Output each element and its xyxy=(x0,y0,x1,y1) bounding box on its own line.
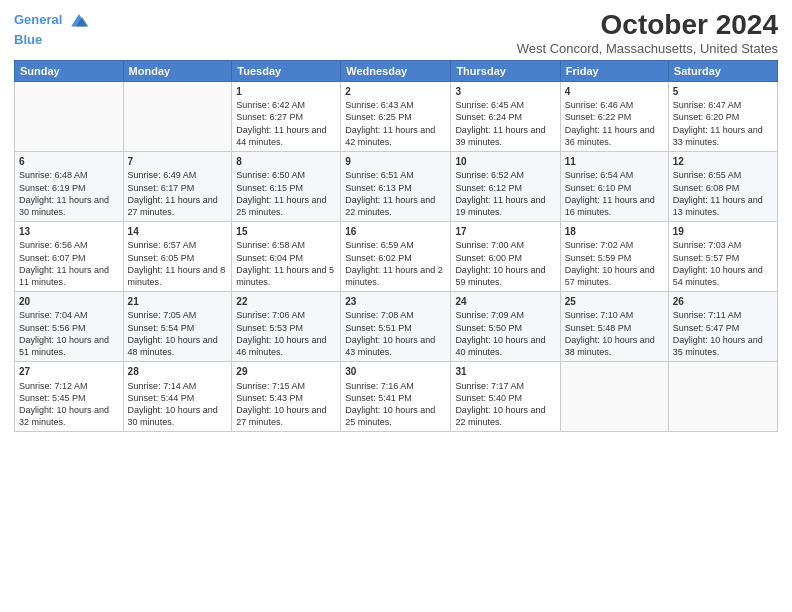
calendar-cell xyxy=(668,362,777,432)
calendar-cell: 18Sunrise: 7:02 AMSunset: 5:59 PMDayligh… xyxy=(560,221,668,291)
cell-data-line: Sunset: 6:00 PM xyxy=(455,252,555,264)
cell-data-line: Sunset: 6:04 PM xyxy=(236,252,336,264)
calendar-cell: 24Sunrise: 7:09 AMSunset: 5:50 PMDayligh… xyxy=(451,291,560,361)
calendar-cell: 14Sunrise: 6:57 AMSunset: 6:05 PMDayligh… xyxy=(123,221,232,291)
day-number: 11 xyxy=(565,155,664,169)
weekday-header: Sunday xyxy=(15,60,124,81)
cell-data-line: Sunrise: 6:46 AM xyxy=(565,99,664,111)
cell-data-line: Daylight: 10 hours and 46 minutes. xyxy=(236,334,336,358)
cell-data-line: Sunrise: 7:16 AM xyxy=(345,380,446,392)
cell-data-line: Sunrise: 7:06 AM xyxy=(236,309,336,321)
calendar-cell: 4Sunrise: 6:46 AMSunset: 6:22 PMDaylight… xyxy=(560,81,668,151)
cell-data-line: Sunrise: 7:09 AM xyxy=(455,309,555,321)
day-number: 8 xyxy=(236,155,336,169)
calendar-cell: 13Sunrise: 6:56 AMSunset: 6:07 PMDayligh… xyxy=(15,221,124,291)
calendar-cell: 11Sunrise: 6:54 AMSunset: 6:10 PMDayligh… xyxy=(560,151,668,221)
cell-data-line: Sunrise: 7:08 AM xyxy=(345,309,446,321)
cell-data-line: Sunrise: 7:12 AM xyxy=(19,380,119,392)
cell-data-line: Daylight: 11 hours and 11 minutes. xyxy=(19,264,119,288)
day-number: 15 xyxy=(236,225,336,239)
cell-data-line: Sunset: 6:22 PM xyxy=(565,111,664,123)
cell-data-line: Sunrise: 7:17 AM xyxy=(455,380,555,392)
day-number: 28 xyxy=(128,365,228,379)
cell-data-line: Sunset: 5:48 PM xyxy=(565,322,664,334)
calendar-cell: 23Sunrise: 7:08 AMSunset: 5:51 PMDayligh… xyxy=(341,291,451,361)
cell-data-line: Daylight: 10 hours and 57 minutes. xyxy=(565,264,664,288)
calendar-cell: 26Sunrise: 7:11 AMSunset: 5:47 PMDayligh… xyxy=(668,291,777,361)
cell-data-line: Sunset: 6:07 PM xyxy=(19,252,119,264)
day-number: 14 xyxy=(128,225,228,239)
location: West Concord, Massachusetts, United Stat… xyxy=(517,41,778,56)
day-number: 31 xyxy=(455,365,555,379)
cell-data-line: Daylight: 10 hours and 54 minutes. xyxy=(673,264,773,288)
cell-data-line: Sunset: 6:27 PM xyxy=(236,111,336,123)
cell-data-line: Daylight: 10 hours and 40 minutes. xyxy=(455,334,555,358)
cell-data-line: Sunrise: 7:15 AM xyxy=(236,380,336,392)
day-number: 20 xyxy=(19,295,119,309)
calendar-cell xyxy=(15,81,124,151)
calendar-cell: 22Sunrise: 7:06 AMSunset: 5:53 PMDayligh… xyxy=(232,291,341,361)
calendar-week-row: 27Sunrise: 7:12 AMSunset: 5:45 PMDayligh… xyxy=(15,362,778,432)
day-number: 24 xyxy=(455,295,555,309)
cell-data-line: Sunset: 6:24 PM xyxy=(455,111,555,123)
calendar-cell: 8Sunrise: 6:50 AMSunset: 6:15 PMDaylight… xyxy=(232,151,341,221)
day-number: 18 xyxy=(565,225,664,239)
cell-data-line: Daylight: 10 hours and 32 minutes. xyxy=(19,404,119,428)
cell-data-line: Sunrise: 6:58 AM xyxy=(236,239,336,251)
cell-data-line: Sunrise: 7:03 AM xyxy=(673,239,773,251)
cell-data-line: Sunrise: 6:56 AM xyxy=(19,239,119,251)
cell-data-line: Sunrise: 6:47 AM xyxy=(673,99,773,111)
day-number: 6 xyxy=(19,155,119,169)
day-number: 29 xyxy=(236,365,336,379)
cell-data-line: Daylight: 11 hours and 8 minutes. xyxy=(128,264,228,288)
calendar-cell: 19Sunrise: 7:03 AMSunset: 5:57 PMDayligh… xyxy=(668,221,777,291)
calendar-cell xyxy=(123,81,232,151)
title-area: October 2024 West Concord, Massachusetts… xyxy=(517,10,778,56)
cell-data-line: Sunrise: 6:52 AM xyxy=(455,169,555,181)
calendar-cell: 31Sunrise: 7:17 AMSunset: 5:40 PMDayligh… xyxy=(451,362,560,432)
weekday-header: Saturday xyxy=(668,60,777,81)
calendar-cell: 20Sunrise: 7:04 AMSunset: 5:56 PMDayligh… xyxy=(15,291,124,361)
calendar-cell: 25Sunrise: 7:10 AMSunset: 5:48 PMDayligh… xyxy=(560,291,668,361)
calendar-cell: 16Sunrise: 6:59 AMSunset: 6:02 PMDayligh… xyxy=(341,221,451,291)
day-number: 13 xyxy=(19,225,119,239)
cell-data-line: Sunset: 6:15 PM xyxy=(236,182,336,194)
cell-data-line: Daylight: 11 hours and 5 minutes. xyxy=(236,264,336,288)
calendar-cell: 7Sunrise: 6:49 AMSunset: 6:17 PMDaylight… xyxy=(123,151,232,221)
day-number: 30 xyxy=(345,365,446,379)
cell-data-line: Daylight: 11 hours and 2 minutes. xyxy=(345,264,446,288)
cell-data-line: Daylight: 11 hours and 42 minutes. xyxy=(345,124,446,148)
calendar-cell: 2Sunrise: 6:43 AMSunset: 6:25 PMDaylight… xyxy=(341,81,451,151)
cell-data-line: Sunset: 5:47 PM xyxy=(673,322,773,334)
cell-data-line: Daylight: 10 hours and 22 minutes. xyxy=(455,404,555,428)
day-number: 9 xyxy=(345,155,446,169)
cell-data-line: Daylight: 11 hours and 33 minutes. xyxy=(673,124,773,148)
cell-data-line: Daylight: 11 hours and 30 minutes. xyxy=(19,194,119,218)
cell-data-line: Sunrise: 6:57 AM xyxy=(128,239,228,251)
day-number: 5 xyxy=(673,85,773,99)
cell-data-line: Daylight: 11 hours and 36 minutes. xyxy=(565,124,664,148)
cell-data-line: Sunset: 6:08 PM xyxy=(673,182,773,194)
day-number: 7 xyxy=(128,155,228,169)
cell-data-line: Sunrise: 7:11 AM xyxy=(673,309,773,321)
cell-data-line: Sunrise: 6:50 AM xyxy=(236,169,336,181)
cell-data-line: Sunrise: 6:48 AM xyxy=(19,169,119,181)
cell-data-line: Sunrise: 7:02 AM xyxy=(565,239,664,251)
cell-data-line: Sunset: 6:17 PM xyxy=(128,182,228,194)
calendar-table: SundayMondayTuesdayWednesdayThursdayFrid… xyxy=(14,60,778,432)
cell-data-line: Daylight: 11 hours and 44 minutes. xyxy=(236,124,336,148)
day-number: 22 xyxy=(236,295,336,309)
cell-data-line: Sunrise: 6:42 AM xyxy=(236,99,336,111)
weekday-header: Thursday xyxy=(451,60,560,81)
cell-data-line: Sunrise: 7:00 AM xyxy=(455,239,555,251)
calendar-cell: 28Sunrise: 7:14 AMSunset: 5:44 PMDayligh… xyxy=(123,362,232,432)
cell-data-line: Daylight: 11 hours and 27 minutes. xyxy=(128,194,228,218)
cell-data-line: Sunset: 6:02 PM xyxy=(345,252,446,264)
cell-data-line: Daylight: 11 hours and 39 minutes. xyxy=(455,124,555,148)
weekday-header: Wednesday xyxy=(341,60,451,81)
cell-data-line: Sunset: 5:57 PM xyxy=(673,252,773,264)
logo-text: General xyxy=(14,10,90,32)
day-number: 26 xyxy=(673,295,773,309)
calendar-cell: 15Sunrise: 6:58 AMSunset: 6:04 PMDayligh… xyxy=(232,221,341,291)
calendar-header-row: SundayMondayTuesdayWednesdayThursdayFrid… xyxy=(15,60,778,81)
